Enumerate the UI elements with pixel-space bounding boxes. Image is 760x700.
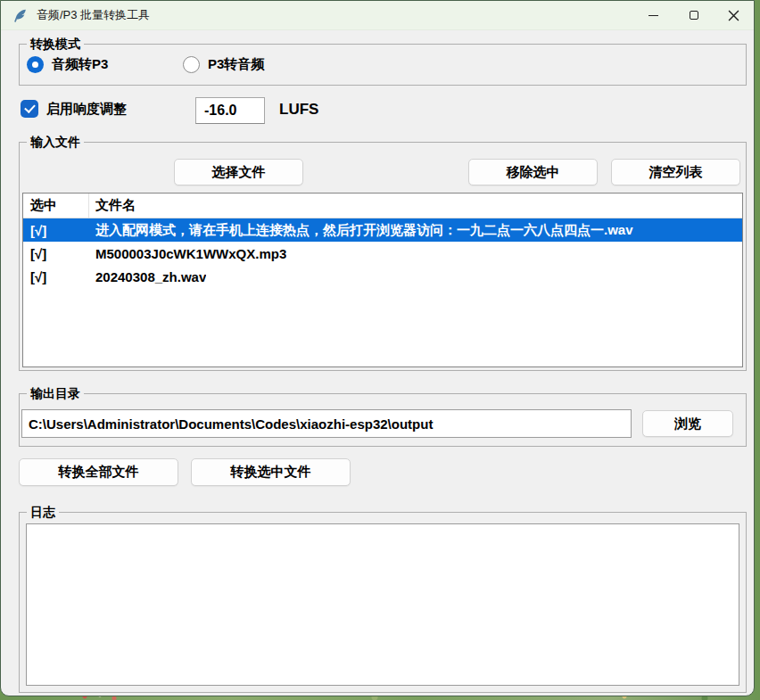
conversion-mode-group: 转换模式 音频转P3 P3转音频: [19, 44, 747, 86]
row-checked-cell[interactable]: [√]: [23, 223, 89, 238]
remove-selected-button[interactable]: 移除选中: [468, 159, 598, 185]
title-bar[interactable]: 音频/P3 批量转换工具: [1, 1, 754, 30]
group-label-input-files: 输入文件: [27, 134, 84, 151]
close-icon: [728, 10, 739, 21]
close-button[interactable]: [714, 1, 754, 29]
row-checked-cell[interactable]: [√]: [23, 269, 89, 284]
loudness-checkbox-wrap[interactable]: 启用响度调整: [21, 100, 127, 118]
input-files-group: 输入文件 选择文件 移除选中 清空列表 选中 文件名 [√] 进入配网模式，请在…: [19, 142, 747, 371]
row-checked-cell[interactable]: [√]: [23, 246, 89, 261]
group-label-mode: 转换模式: [27, 36, 84, 53]
window-controls: [633, 1, 754, 29]
browse-button[interactable]: 浏览: [642, 410, 733, 437]
loudness-checkbox-label: 启用响度调整: [46, 101, 127, 118]
lufs-value-input[interactable]: [195, 97, 265, 124]
loudness-row: 启用响度调整 LUFS: [19, 97, 747, 126]
minimize-icon: [648, 15, 658, 16]
radio-p3-to-audio[interactable]: P3转音频: [183, 56, 264, 73]
minimize-button[interactable]: [633, 1, 673, 29]
radio-label-p3-to-audio: P3转音频: [208, 56, 264, 73]
window-title: 音频/P3 批量转换工具: [37, 7, 150, 23]
app-window: 音频/P3 批量转换工具 转换模式 音频转P3 P3转音频: [0, 0, 755, 696]
desktop: { "window": { "title": "音频/P3 批量转换工具", "…: [0, 0, 760, 700]
row-filename-cell[interactable]: M500003J0cWK1WWxQX.mp3: [89, 246, 286, 261]
radio-selected-icon: [27, 56, 44, 73]
clear-list-button[interactable]: 清空列表: [611, 159, 740, 185]
python-feather-icon: [12, 8, 28, 23]
radio-audio-to-p3[interactable]: 音频转P3: [27, 56, 108, 73]
group-label-log: 日志: [27, 504, 59, 521]
table-row[interactable]: [√] M500003J0cWK1WWxQX.mp3: [23, 242, 742, 265]
log-textarea[interactable]: [26, 523, 739, 686]
row-filename-cell[interactable]: 进入配网模式，请在手机上连接热点，然后打开浏览器访问：一九二点一六八点四点一.w…: [89, 222, 633, 239]
file-table-header[interactable]: 选中 文件名: [23, 194, 742, 218]
output-directory-group: 输出目录 浏览: [19, 393, 747, 447]
maximize-icon: [690, 11, 698, 20]
file-table: 选中 文件名 [√] 进入配网模式，请在手机上连接热点，然后打开浏览器访问：一九…: [22, 193, 743, 367]
convert-selected-button[interactable]: 转换选中文件: [191, 458, 351, 486]
radio-label-audio-to-p3: 音频转P3: [52, 56, 108, 73]
output-path-input[interactable]: [21, 409, 632, 438]
radio-unselected-icon: [183, 56, 200, 73]
table-row[interactable]: [√] 20240308_zh.wav: [23, 265, 742, 288]
maximize-button[interactable]: [673, 1, 714, 29]
group-label-output: 输出目录: [27, 385, 84, 402]
row-filename-cell[interactable]: 20240308_zh.wav: [89, 269, 206, 284]
convert-all-button[interactable]: 转换全部文件: [19, 458, 178, 486]
select-files-button[interactable]: 选择文件: [174, 159, 303, 185]
column-header-filename[interactable]: 文件名: [89, 197, 136, 214]
table-row[interactable]: [√] 进入配网模式，请在手机上连接热点，然后打开浏览器访问：一九二点一六八点四…: [23, 218, 742, 242]
lufs-unit-label: LUFS: [279, 101, 318, 119]
checkbox-checked-icon: [21, 100, 38, 118]
column-header-checked[interactable]: 选中: [23, 194, 89, 218]
log-group: 日志: [19, 512, 747, 693]
